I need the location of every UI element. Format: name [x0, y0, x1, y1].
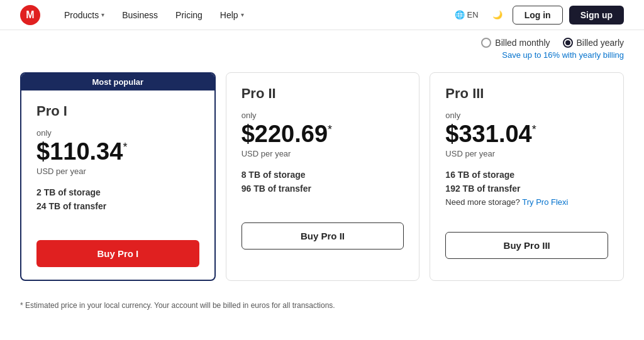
buy-pro1-button[interactable]: Buy Pro I — [36, 240, 199, 267]
card-footer-pro3: Buy Pro III — [430, 222, 623, 271]
nav-items: Products ▾ Business Pricing Help ▾ — [58, 0, 451, 30]
pricing-footnote: * Estimated price in your local currency… — [0, 296, 644, 320]
more-storage-pro3: Need more storage? Try Pro Flexi — [445, 197, 608, 207]
radio-inner-dot — [565, 40, 570, 45]
price-asterisk-pro1: * — [123, 141, 127, 153]
card-footer-pro1: Buy Pro I — [21, 230, 214, 280]
card-body-pro3: Pro III only $331.04* USD per year 16 TB… — [430, 73, 623, 222]
pricing-card-pro3: Pro III only $331.04* USD per year 16 TB… — [430, 72, 624, 281]
buy-pro3-button[interactable]: Buy Pro III — [445, 232, 608, 259]
buy-pro2-button[interactable]: Buy Pro II — [242, 222, 404, 250]
navbar: M Products ▾ Business Pricing Help ▾ 🌐 E… — [0, 0, 644, 30]
price-label-pro1: only — [36, 128, 199, 138]
nav-item-business[interactable]: Business — [116, 0, 164, 30]
plan-name-pro1: Pro I — [36, 103, 199, 119]
moon-icon: 🌙 — [492, 10, 502, 19]
price-amount-pro2: $220.69* — [242, 121, 404, 148]
billing-yearly-label: Billed yearly — [577, 38, 624, 48]
globe-icon: 🌐 — [455, 10, 465, 19]
nav-item-help[interactable]: Help ▾ — [214, 0, 250, 30]
nav-item-products[interactable]: Products ▾ — [58, 0, 111, 30]
login-button[interactable]: Log in — [513, 6, 563, 25]
pricing-card-pro2: Pro II only $220.69* USD per year 8 TB o… — [226, 72, 420, 281]
card-body-pro1: Pro I only $110.34* USD per year 2 TB of… — [21, 90, 214, 230]
card-footer-pro2: Buy Pro II — [226, 212, 419, 262]
price-unit-pro1: USD per year — [36, 167, 199, 176]
billing-yearly-radio[interactable] — [563, 38, 573, 48]
billing-area: Billed monthly Billed yearly Save up to … — [0, 30, 644, 62]
pricing-section: Most popular Pro I only $110.34* USD per… — [0, 62, 644, 296]
price-unit-pro3: USD per year — [445, 149, 608, 158]
theme-toggle-button[interactable]: 🌙 — [489, 8, 506, 22]
brand-logo[interactable]: M — [20, 5, 40, 25]
logo-letter: M — [26, 9, 34, 21]
plan-name-pro3: Pro III — [445, 85, 608, 102]
pricing-cards-wrap: Most popular Pro I only $110.34* USD per… — [20, 72, 624, 281]
price-asterisk-pro2: * — [328, 123, 332, 136]
pricing-card-pro1: Most popular Pro I only $110.34* USD per… — [20, 72, 216, 281]
price-value-pro2: $220.69 — [242, 121, 328, 147]
nav-label-products: Products — [64, 10, 99, 20]
price-amount-pro1: $110.34* — [36, 139, 199, 165]
price-asterisk-pro3: * — [532, 123, 536, 136]
chevron-down-icon: ▾ — [101, 11, 104, 18]
price-label-pro2: only — [242, 111, 404, 120]
billing-options: Billed monthly Billed yearly — [481, 38, 624, 48]
billing-monthly-label: Billed monthly — [495, 38, 550, 48]
price-value-pro1: $110.34 — [36, 138, 123, 165]
feature-transfer-pro1: 24 TB of transfer — [36, 201, 199, 211]
card-body-pro2: Pro II only $220.69* USD per year 8 TB o… — [226, 73, 419, 212]
price-amount-pro3: $331.04* — [445, 121, 608, 148]
billing-yearly-option[interactable]: Billed yearly — [563, 38, 624, 48]
feature-storage-pro2: 8 TB of storage — [242, 170, 404, 180]
plan-name-pro2: Pro II — [242, 85, 404, 102]
nav-item-pricing[interactable]: Pricing — [169, 0, 209, 30]
feature-storage-pro1: 2 TB of storage — [36, 187, 199, 197]
price-unit-pro2: USD per year — [242, 149, 404, 158]
feature-transfer-pro3: 192 TB of transfer — [445, 184, 608, 194]
popular-badge: Most popular — [21, 74, 214, 90]
language-button[interactable]: 🌐 EN — [451, 8, 482, 22]
feature-transfer-pro2: 96 TB of transfer — [242, 184, 404, 194]
chevron-down-icon: ▾ — [241, 11, 244, 18]
feature-storage-pro3: 16 TB of storage — [445, 170, 608, 180]
more-storage-text: Need more storage? — [445, 197, 520, 207]
nav-label-business: Business — [122, 10, 158, 20]
price-label-pro3: only — [445, 111, 608, 120]
nav-label-help: Help — [220, 10, 238, 20]
signup-button[interactable]: Sign up — [569, 6, 624, 25]
billing-monthly-radio[interactable] — [481, 38, 491, 48]
nav-label-pricing: Pricing — [175, 10, 203, 20]
billing-monthly-option[interactable]: Billed monthly — [481, 38, 550, 48]
try-pro-flexi-link[interactable]: Try Pro Flexi — [522, 197, 568, 207]
language-label: EN — [467, 10, 479, 19]
nav-right: 🌐 EN 🌙 Log in Sign up — [451, 6, 624, 25]
price-value-pro3: $331.04 — [445, 121, 531, 147]
billing-save-text: Save up to 16% with yearly billing — [502, 50, 624, 60]
